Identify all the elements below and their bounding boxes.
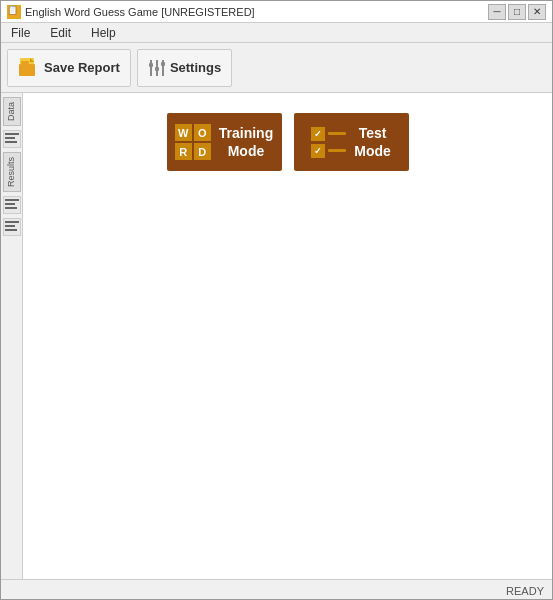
minimize-button[interactable]: ─ (488, 4, 506, 20)
training-mode-label: Training Mode (219, 124, 273, 160)
svg-rect-15 (5, 207, 17, 209)
content-area: W O R D Training Mode ✓ (23, 93, 552, 579)
sidebar-icon-1[interactable] (3, 130, 21, 148)
app-icon: 📋 (7, 5, 21, 19)
svg-rect-16 (5, 221, 19, 223)
svg-rect-17 (5, 225, 15, 227)
save-report-label: Save Report (44, 60, 120, 75)
training-mode-button[interactable]: W O R D Training Mode (167, 113, 282, 171)
sidebar: Data Results (1, 93, 23, 579)
svg-rect-3 (21, 61, 29, 64)
svg-rect-12 (5, 141, 17, 143)
word-icon: W O R D (175, 124, 211, 160)
sidebar-icon-3[interactable] (3, 218, 21, 236)
window-title: English Word Guess Game [UNREGISTERED] (25, 6, 255, 18)
maximize-button[interactable]: □ (508, 4, 526, 20)
menu-edit[interactable]: Edit (44, 24, 77, 42)
svg-rect-13 (5, 199, 19, 201)
sidebar-data-tab[interactable]: Data (3, 97, 21, 126)
sidebar-results-tab[interactable]: Results (3, 152, 21, 192)
status-bar: READY (1, 579, 552, 600)
menu-help[interactable]: Help (85, 24, 122, 42)
toolbar: Save Report Settings (1, 43, 552, 93)
svg-rect-2 (19, 64, 35, 76)
svg-rect-11 (5, 137, 15, 139)
svg-rect-9 (161, 62, 165, 66)
svg-rect-10 (5, 133, 19, 135)
test-mode-label: Test Mode (354, 124, 391, 160)
svg-rect-7 (149, 63, 153, 67)
settings-button[interactable]: Settings (137, 49, 232, 87)
check-icon: ✓ ✓ (311, 127, 346, 158)
sidebar-icon-2[interactable] (3, 196, 21, 214)
save-icon (18, 56, 40, 80)
status-text: READY (506, 585, 544, 597)
main-layout: Data Results (1, 93, 552, 579)
settings-label: Settings (170, 60, 221, 75)
menu-bar: File Edit Help (1, 23, 552, 43)
close-button[interactable]: ✕ (528, 4, 546, 20)
title-controls: ─ □ ✕ (488, 4, 546, 20)
title-bar: 📋 English Word Guess Game [UNREGISTERED]… (1, 1, 552, 23)
svg-rect-18 (5, 229, 17, 231)
svg-rect-8 (155, 67, 159, 71)
svg-rect-14 (5, 203, 15, 205)
menu-file[interactable]: File (5, 24, 36, 42)
test-mode-button[interactable]: ✓ ✓ Test Mode (294, 113, 409, 171)
save-report-button[interactable]: Save Report (7, 49, 131, 87)
settings-icon (148, 58, 166, 78)
